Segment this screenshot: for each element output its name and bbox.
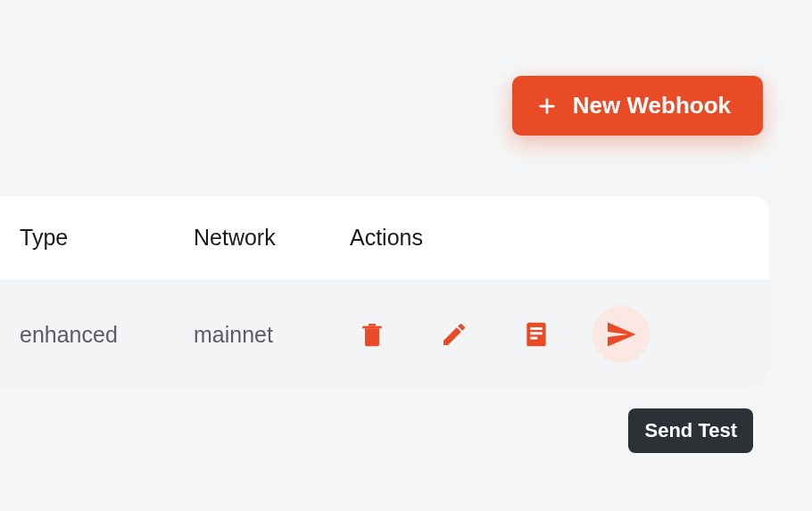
header-type: Type [20, 225, 194, 251]
table-header-row: Type Network Actions [0, 196, 769, 279]
header-network: Network [194, 225, 350, 251]
actions-group [350, 306, 769, 363]
svg-rect-4 [530, 332, 542, 334]
cell-type: enhanced [20, 322, 194, 348]
svg-rect-3 [530, 327, 542, 330]
send-test-tooltip: Send Test [628, 408, 753, 453]
plus-icon [537, 96, 557, 116]
table-row: enhanced mainnet [0, 279, 769, 390]
trash-icon[interactable] [357, 319, 387, 350]
header-actions: Actions [350, 225, 769, 251]
send-test-button[interactable] [592, 306, 650, 363]
new-webhook-button[interactable]: New Webhook [512, 76, 763, 136]
cell-network: mainnet [194, 322, 350, 348]
svg-rect-5 [530, 337, 537, 340]
send-icon [605, 318, 637, 350]
webhooks-table: Type Network Actions enhanced mainnet [0, 196, 769, 390]
pencil-icon[interactable] [439, 319, 469, 350]
new-webhook-label: New Webhook [573, 92, 731, 120]
document-icon[interactable] [521, 319, 551, 350]
